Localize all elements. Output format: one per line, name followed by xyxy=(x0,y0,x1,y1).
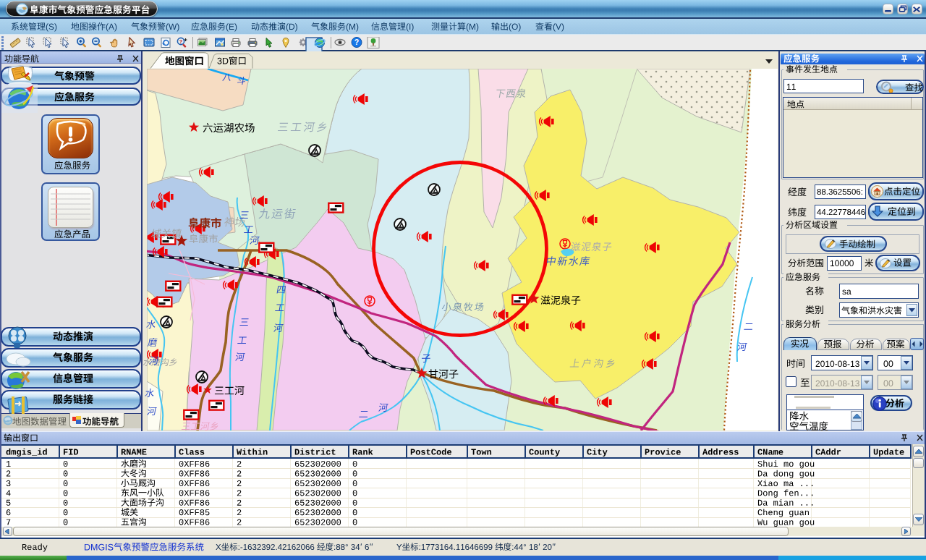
svg-text:?: ? xyxy=(179,38,183,45)
svg-text:?: ? xyxy=(354,38,359,46)
